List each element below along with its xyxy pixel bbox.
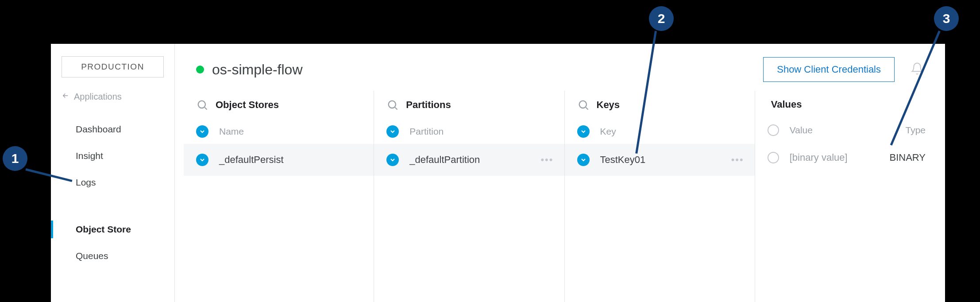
page-header: os-simple-flow Show Client Credentials (175, 44, 945, 91)
column-subheader-type-label: Type (905, 125, 934, 136)
column-keys: Keys Key TestKey01 ••• (564, 91, 755, 302)
column-title: Partitions (406, 99, 451, 111)
status-indicator-icon (196, 66, 204, 74)
unselected-radio-icon[interactable] (768, 124, 779, 136)
main-content: os-simple-flow Show Client Credentials O… (175, 44, 945, 302)
column-subheader-label: Key (600, 126, 744, 137)
unselected-radio-icon[interactable] (768, 152, 779, 163)
callout-badge-1: 1 (3, 146, 27, 171)
column-title: Values (771, 99, 802, 110)
app-window: PRODUCTION Applications Dashboard Insigh… (51, 44, 945, 302)
nav-group-top: Dashboard Insight Logs (51, 112, 174, 204)
more-actions-icon[interactable]: ••• (540, 154, 553, 166)
svg-point-2 (579, 101, 586, 108)
svg-point-1 (389, 101, 396, 108)
column-header-keys: Keys (565, 91, 755, 119)
environment-badge[interactable]: PRODUCTION (62, 56, 164, 77)
value-type: BINARY (889, 152, 934, 163)
column-subheader-partitions[interactable]: Partition (374, 119, 564, 144)
sidebar: PRODUCTION Applications Dashboard Insigh… (51, 44, 175, 302)
column-header-values: Values (755, 91, 945, 118)
value-content: [binary value] (790, 152, 879, 163)
arrow-left-icon (62, 92, 69, 102)
column-subheader-label: Name (219, 126, 363, 137)
partition-row[interactable]: _defaultPartition ••• (374, 144, 564, 176)
back-to-applications-link[interactable]: Applications (51, 92, 174, 112)
expand-toggle-icon[interactable] (196, 125, 208, 138)
nav-item-insight[interactable]: Insight (51, 143, 174, 169)
object-store-name: _defaultPersist (219, 154, 363, 166)
nav-item-queues[interactable]: Queues (51, 243, 174, 269)
search-icon[interactable] (577, 99, 590, 111)
column-title: Keys (597, 99, 620, 111)
more-actions-icon[interactable]: ••• (731, 154, 744, 166)
nav-item-dashboard[interactable]: Dashboard (51, 116, 174, 143)
callout-badge-2: 2 (649, 6, 674, 31)
column-title: Object Stores (216, 99, 279, 111)
column-subheader-value-label: Value (790, 125, 895, 136)
column-subheader-label: Partition (409, 126, 553, 137)
show-client-credentials-button[interactable]: Show Client Credentials (763, 57, 895, 82)
nav-item-logs[interactable]: Logs (51, 169, 174, 196)
nav-group-bottom: Object Store Queues (51, 204, 174, 273)
back-link-label: Applications (74, 92, 122, 102)
object-store-row[interactable]: _defaultPersist (184, 144, 374, 176)
column-partitions: Partitions Partition _defaultPartition •… (374, 91, 564, 302)
expand-toggle-icon[interactable] (386, 125, 399, 138)
column-subheader-values: Value Type (755, 118, 945, 142)
column-subheader-keys[interactable]: Key (565, 119, 755, 144)
row-toggle-icon[interactable] (386, 154, 399, 166)
column-header-partitions: Partitions (374, 91, 564, 119)
key-name: TestKey01 (600, 154, 721, 166)
svg-point-0 (198, 101, 205, 108)
search-icon[interactable] (386, 99, 399, 111)
expand-toggle-icon[interactable] (577, 125, 590, 138)
search-icon[interactable] (196, 99, 208, 111)
browser-columns: Object Stores Name _defaultPersist (175, 91, 945, 302)
value-row[interactable]: [binary value] BINARY (755, 142, 945, 173)
app-title: os-simple-flow (212, 62, 763, 78)
column-subheader-object-stores[interactable]: Name (184, 119, 374, 144)
column-object-stores: Object Stores Name _defaultPersist (184, 91, 374, 302)
nav-item-object-store[interactable]: Object Store (51, 216, 174, 243)
row-toggle-icon[interactable] (577, 154, 590, 166)
column-values: Values Value Type [binary value] BINARY (755, 91, 945, 302)
key-row[interactable]: TestKey01 ••• (565, 144, 755, 176)
column-header-object-stores: Object Stores (184, 91, 374, 119)
row-toggle-icon[interactable] (196, 154, 208, 166)
callout-badge-3: 3 (934, 6, 959, 31)
partition-name: _defaultPartition (409, 154, 530, 166)
